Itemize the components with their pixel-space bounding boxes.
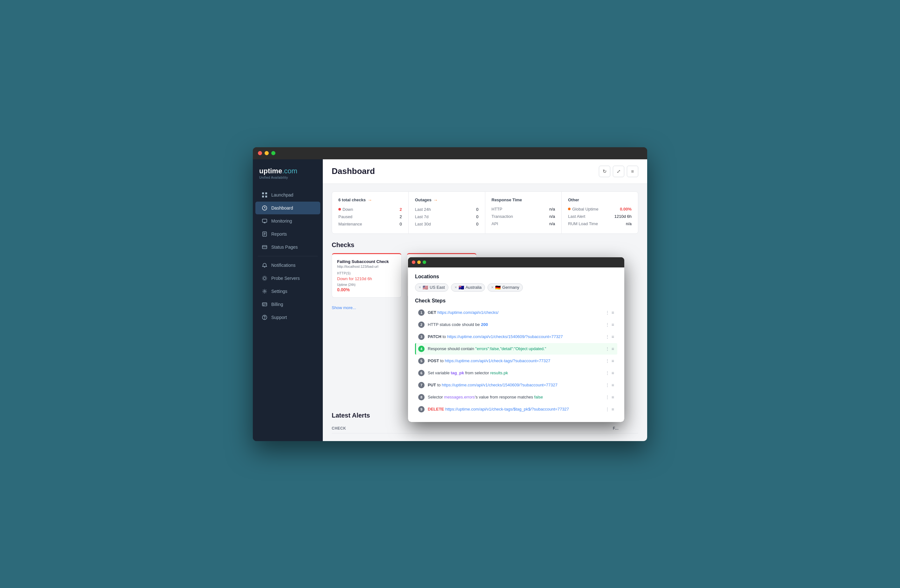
sidebar-item-dashboard[interactable]: Dashboard <box>255 202 320 214</box>
header-actions: ↻ ⤢ ≡ <box>599 166 638 177</box>
stat-row-24h: Last 24h 0 <box>415 206 479 213</box>
down-value: 2 <box>400 207 402 212</box>
step-lines-icon[interactable]: ≡ <box>611 322 614 327</box>
step-dots-icon[interactable]: ⋮ <box>605 358 610 363</box>
sidebar-item-reports[interactable]: Reports <box>255 228 320 240</box>
step-dots-icon[interactable]: ⋮ <box>605 395 610 400</box>
global-uptime-label: Global Uptime <box>568 207 598 211</box>
step-lines-icon[interactable]: ≡ <box>611 346 614 351</box>
location-australia[interactable]: ✕ 🇦🇺 Australia <box>451 283 485 292</box>
svg-rect-3 <box>265 195 267 197</box>
location-us-east[interactable]: ✕ 🇺🇸 US East <box>415 283 448 292</box>
stat-section-other: Other Global Uptime 0.00% Last Alert 121… <box>562 192 638 233</box>
logo-tagline: Unified Availability <box>259 176 317 179</box>
step-lines-icon[interactable]: ≡ <box>611 358 614 363</box>
step-actions-7: ⋮ ≡ <box>605 383 614 388</box>
sidebar-item-probe-servers[interactable]: Probe Servers <box>255 272 320 285</box>
svg-rect-2 <box>262 195 264 197</box>
step-actions-1: ⋮ ≡ <box>605 310 614 315</box>
step-lines-icon[interactable]: ≡ <box>611 334 614 339</box>
minimize-button[interactable] <box>265 151 269 155</box>
step-dots-icon[interactable]: ⋮ <box>605 407 610 412</box>
step-row-2: 2 HTTP status code should be 200 ⋮ ≡ <box>415 319 617 330</box>
step-actions-5: ⋮ ≡ <box>605 358 614 363</box>
step-dots-icon[interactable]: ⋮ <box>605 310 610 315</box>
step-num-2: 2 <box>418 321 425 328</box>
close-icon[interactable]: ✕ <box>491 285 493 289</box>
check-card-0: Failing Subaccount Check http://localhos… <box>332 253 402 298</box>
stats-bar: 6 total checks → Down 2 Paused <box>332 191 638 234</box>
sidebar-item-notifications[interactable]: Notifications <box>255 259 320 272</box>
close-button[interactable] <box>258 151 262 155</box>
step-content-5: POST to https://uptime.com/api/v1/check-… <box>428 358 602 363</box>
step-lines-icon[interactable]: ≡ <box>611 310 614 315</box>
modal-minimize-button[interactable] <box>417 261 421 264</box>
step-selector-6: results.pk <box>490 371 508 375</box>
alerts-table-header: Check F... <box>332 424 638 433</box>
refresh-button[interactable]: ↻ <box>599 166 610 177</box>
sidebar-item-support[interactable]: Support <box>255 311 320 324</box>
svg-rect-17 <box>262 303 267 306</box>
stat-row-down: Down 2 <box>338 206 402 213</box>
close-icon[interactable]: ✕ <box>419 285 421 289</box>
fullscreen-button[interactable]: ⤢ <box>613 166 624 177</box>
app-window: uptime.com Unified Availability Launchpa… <box>253 147 647 441</box>
sidebar-item-monitoring[interactable]: Monitoring <box>255 215 320 227</box>
stat-row-last-alert: Last Alert 1210d 6h <box>568 213 632 220</box>
logo-brand: uptime <box>259 167 282 175</box>
step-method-delete: DELETE <box>428 407 445 411</box>
step-lines-icon[interactable]: ≡ <box>611 395 614 400</box>
stat-section-outages: Outages → Last 24h 0 Last 7d 0 Last 30 <box>409 192 485 233</box>
modal-close-button[interactable] <box>412 261 415 264</box>
transaction-label: Transaction <box>492 214 513 219</box>
maintenance-value: 0 <box>400 222 402 227</box>
step-to-7: to <box>437 383 442 387</box>
sidebar-item-settings[interactable]: Settings <box>255 285 320 298</box>
svg-point-21 <box>265 318 265 319</box>
step-dots-icon[interactable]: ⋮ <box>605 322 610 327</box>
support-icon <box>262 315 267 320</box>
sidebar-item-launchpad[interactable]: Launchpad <box>255 189 320 201</box>
step-num-9: 9 <box>418 406 425 413</box>
check-uptime-0: 0.00% <box>337 287 396 292</box>
step-dots-icon[interactable]: ⋮ <box>605 334 610 339</box>
maximize-button[interactable] <box>271 151 275 155</box>
checks-arrow[interactable]: → <box>368 197 372 203</box>
maintenance-label: Maintenance <box>338 222 362 227</box>
step-dots-icon[interactable]: ⋮ <box>605 383 610 388</box>
step-content-3: PATCH to https://uptime.com/api/v1/check… <box>428 334 602 339</box>
step-to-5: to <box>440 358 445 363</box>
stat-header-response: Response Time <box>492 197 555 202</box>
last30d-value: 0 <box>476 222 478 227</box>
sidebar-item-status-pages[interactable]: Status Pages <box>255 241 320 253</box>
sidebar-label-launchpad: Launchpad <box>271 192 293 197</box>
step-row-9: 9 DELETE https://uptime.com/api/v1/check… <box>415 403 617 415</box>
status-icon <box>262 244 267 250</box>
location-germany[interactable]: ✕ 🇩🇪 Germany <box>487 283 523 292</box>
sidebar-item-billing[interactable]: Billing <box>255 298 320 311</box>
step-num-6: 6 <box>418 370 425 376</box>
checks-section: Checks Failing Subaccount Check http://l… <box>332 241 638 310</box>
step-dots-icon[interactable]: ⋮ <box>605 371 610 375</box>
logo-area: uptime.com Unified Availability <box>253 167 323 188</box>
step-num-5: 5 <box>418 358 425 364</box>
stat-section-checks: 6 total checks → Down 2 Paused <box>332 192 409 233</box>
step-dots-icon[interactable]: ⋮ <box>605 346 610 351</box>
logo: uptime.com <box>259 167 317 175</box>
step-lines-icon[interactable]: ≡ <box>611 383 614 388</box>
menu-button[interactable]: ≡ <box>627 166 638 177</box>
step-method-post: POST <box>428 358 440 363</box>
page-title: Dashboard <box>332 166 375 176</box>
settings-icon <box>262 289 267 294</box>
monitor-icon <box>262 218 267 224</box>
svg-rect-12 <box>262 245 267 249</box>
close-icon[interactable]: ✕ <box>455 285 457 289</box>
outages-arrow[interactable]: → <box>433 197 438 203</box>
step-lines-icon[interactable]: ≡ <box>611 371 614 375</box>
modal-maximize-button[interactable] <box>423 261 426 264</box>
svg-rect-0 <box>262 192 264 194</box>
step-content-4: Response should contain "errors":false,"… <box>428 346 602 351</box>
step-method-put: PUT <box>428 383 437 387</box>
step-lines-icon[interactable]: ≡ <box>611 407 614 412</box>
step-row-7: 7 PUT to https://uptime.com/api/v1/check… <box>415 379 617 391</box>
